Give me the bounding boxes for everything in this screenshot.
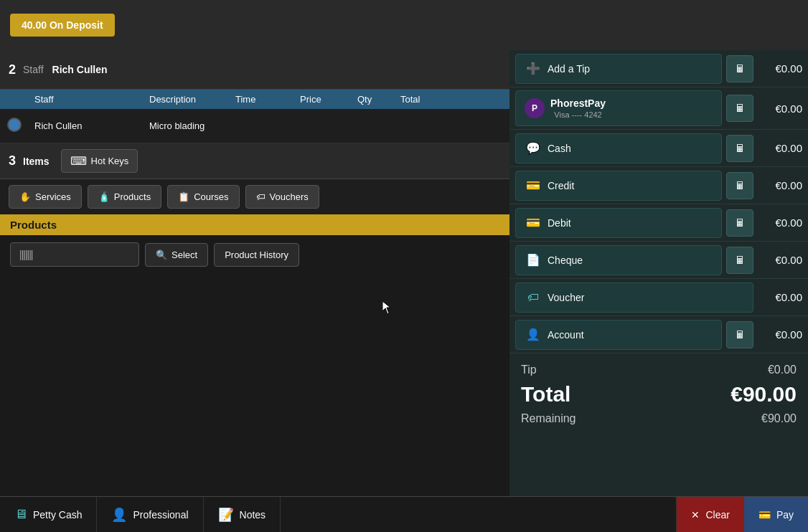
- cheque-calc-button[interactable]: 🖩: [726, 247, 753, 274]
- pay-label: Pay: [776, 509, 794, 521]
- right-panel: ➕ Add a Tip 🖩 €0.00 P PhorestPay Visa --…: [509, 50, 808, 496]
- cheque-button[interactable]: 📄 Cheque: [515, 245, 722, 275]
- professional-label: Professional: [133, 509, 188, 521]
- cash-row: 💬 Cash 🖩 €0.00: [509, 130, 808, 167]
- professional-button[interactable]: 👤 Professional: [97, 497, 203, 532]
- select-label: Select: [172, 250, 197, 260]
- items-label: Items: [23, 156, 50, 167]
- account-calc-button[interactable]: 🖩: [726, 321, 753, 348]
- pay-button[interactable]: 💳 Pay: [744, 497, 808, 532]
- remaining-row: Remaining €90.00: [521, 409, 797, 428]
- calc-icon: 🖩: [735, 63, 745, 75]
- tab-courses[interactable]: 📋 Courses: [167, 185, 239, 209]
- cash-calc-button[interactable]: 🖩: [726, 135, 753, 162]
- row-radio[interactable]: [0, 118, 29, 135]
- debit-calc-button[interactable]: 🖩: [726, 209, 753, 237]
- tab-services[interactable]: ✋ Services: [9, 185, 82, 209]
- left-panel: 2 Staff Rich Cullen Staff Description Ti…: [0, 50, 509, 496]
- cheque-label: Cheque: [548, 255, 583, 266]
- vouchers-icon: 🏷: [256, 191, 266, 202]
- col-radio: [0, 94, 29, 105]
- col-total: Total: [395, 94, 452, 105]
- deposit-badge[interactable]: 40.00 On Deposit: [10, 14, 115, 37]
- cash-label: Cash: [548, 143, 571, 154]
- credit-row: 💳 Credit 🖩 €0.00: [509, 167, 808, 204]
- voucher-amount: €0.00: [759, 291, 802, 303]
- account-row: 👤 Account 🖩 €0.00: [509, 316, 808, 353]
- items-number: 3: [9, 153, 16, 168]
- col-price: Price: [294, 94, 352, 105]
- add-tip-label: Add a Tip: [548, 63, 590, 75]
- petty-cash-button[interactable]: 🖥 Petty Cash: [0, 497, 97, 532]
- products-label: Products: [114, 191, 151, 202]
- col-edit: [481, 94, 509, 105]
- col-delete: [452, 94, 481, 105]
- remaining-value: €90.00: [761, 412, 797, 425]
- account-label: Account: [548, 329, 584, 341]
- table-row[interactable]: Rich Cullen Micro blading: [0, 109, 509, 143]
- phorest-logo-icon: P: [525, 98, 545, 118]
- credit-button[interactable]: 💳 Credit: [515, 171, 722, 201]
- items-header: 3 Items ⌨ Hot Keys: [0, 143, 509, 179]
- add-tip-button[interactable]: ➕ Add a Tip: [515, 54, 722, 84]
- tip-calc-button[interactable]: 🖩: [726, 55, 753, 82]
- search-icon: 🔍: [156, 250, 167, 260]
- phorest-calc-button[interactable]: 🖩: [726, 95, 753, 122]
- calc4-icon: 🖩: [735, 180, 745, 191]
- remaining-label: Remaining: [521, 412, 576, 425]
- account-button[interactable]: 👤 Account: [515, 320, 722, 350]
- debit-row: 💳 Debit 🖩 €0.00: [509, 204, 808, 242]
- voucher-label: Voucher: [548, 292, 584, 303]
- notes-icon: 📝: [218, 507, 234, 523]
- calc5-icon: 🖩: [735, 217, 745, 229]
- category-tabs: ✋ Services 🧴 Products 📋 Courses 🏷 Vouche…: [0, 179, 509, 214]
- courses-label: Courses: [194, 191, 228, 202]
- courses-icon: 📋: [178, 191, 189, 202]
- cheque-amount: €0.00: [759, 254, 802, 266]
- product-history-button[interactable]: Product History: [214, 243, 299, 267]
- select-button[interactable]: 🔍 Select: [145, 243, 208, 267]
- credit-amount: €0.00: [759, 179, 802, 191]
- col-staff: Staff: [29, 94, 144, 105]
- grand-total-value: €90.00: [731, 382, 797, 407]
- account-icon: 👤: [525, 326, 542, 343]
- debit-button[interactable]: 💳 Debit: [515, 208, 722, 238]
- add-tip-row: ➕ Add a Tip 🖩 €0.00: [509, 50, 808, 87]
- totals-area: Tip €0.00 Total €90.00 Remaining €90.00: [509, 353, 808, 435]
- debit-icon: 💳: [525, 214, 542, 232]
- hot-keys-button[interactable]: ⌨ Hot Keys: [61, 149, 138, 173]
- tip-icon: ➕: [525, 60, 542, 77]
- clear-button[interactable]: ✕ Clear: [676, 497, 743, 532]
- account-amount: €0.00: [759, 328, 802, 341]
- hot-keys-icon: ⌨: [70, 154, 87, 168]
- radio-circle-icon: [7, 118, 22, 132]
- tip-total-value: €0.00: [768, 364, 797, 376]
- phorest-pay-button[interactable]: P PhorestPay Visa ---- 4242: [515, 90, 722, 126]
- debit-amount: €0.00: [759, 217, 802, 229]
- tab-products[interactable]: 🧴 Products: [88, 185, 161, 209]
- credit-calc-button[interactable]: 🖩: [726, 172, 753, 199]
- grand-total-label: Total: [521, 382, 570, 407]
- hot-keys-label: Hot Keys: [91, 156, 129, 166]
- notes-button[interactable]: 📝 Notes: [204, 497, 281, 532]
- products-area: Products ||||||| 🔍 Select Product Histor…: [0, 214, 509, 496]
- deposit-bar: 40.00 On Deposit: [0, 0, 808, 50]
- barcode-input[interactable]: |||||||: [10, 242, 139, 267]
- col-qty: Qty: [352, 94, 395, 105]
- tab-vouchers[interactable]: 🏷 Vouchers: [245, 185, 319, 209]
- bottom-bar: 🖥 Petty Cash 👤 Professional 📝 Notes ✕ Cl…: [0, 496, 808, 532]
- calc3-icon: 🖩: [735, 143, 745, 154]
- professional-icon: 👤: [111, 507, 127, 523]
- calc7-icon: 🖩: [735, 329, 745, 341]
- clear-icon: ✕: [691, 509, 700, 521]
- voucher-button[interactable]: 🏷 Voucher: [515, 282, 753, 313]
- calc2-icon: 🖩: [735, 103, 745, 114]
- phorest-pay-amount: €0.00: [759, 103, 802, 115]
- items-section: 3 Items ⌨ Hot Keys ✋ Services 🧴 Products: [0, 143, 509, 496]
- cash-button[interactable]: 💬 Cash: [515, 133, 722, 163]
- phorest-pay-label: PhorestPay: [550, 97, 606, 110]
- cheque-row: 📄 Cheque 🖩 €0.00: [509, 242, 808, 279]
- services-icon: ✋: [19, 191, 31, 202]
- tip-amount: €0.00: [759, 62, 802, 75]
- petty-cash-label: Petty Cash: [33, 509, 82, 521]
